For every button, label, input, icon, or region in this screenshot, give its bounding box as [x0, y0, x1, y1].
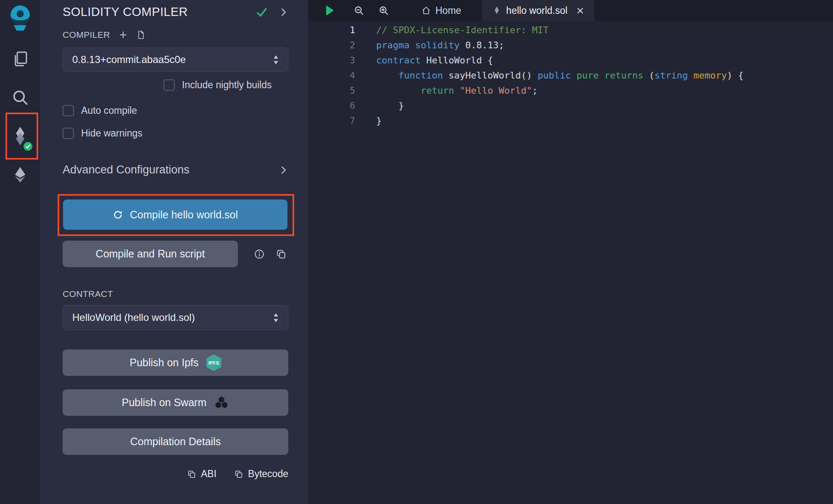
compiler-section-header: COMPILER — [63, 30, 288, 40]
solidity-compiler-icon[interactable] — [0, 121, 40, 151]
publish-swarm-label: Publish on Swarm — [122, 396, 206, 409]
line-number: 6 — [308, 98, 355, 113]
compile-button-label: Compile hello world.sol — [130, 209, 238, 221]
info-icon[interactable] — [254, 249, 265, 260]
tab-home[interactable]: Home — [411, 0, 471, 21]
copy-bytecode-button[interactable]: Bytecode — [234, 468, 288, 480]
code-token — [376, 85, 421, 96]
code-token: ; — [532, 85, 538, 96]
file-explorer-icon[interactable] — [0, 44, 40, 74]
tab-label: hello world.sol — [506, 5, 567, 16]
close-tab-icon[interactable] — [576, 7, 584, 15]
line-number: 2 — [308, 38, 355, 53]
compiler-success-badge-icon — [22, 141, 34, 152]
line-numbers: 1234567 — [308, 23, 355, 504]
advanced-configurations-label: Advanced Configurations — [63, 163, 190, 176]
checkbox-box[interactable] — [163, 79, 175, 91]
code-token: ( — [643, 70, 655, 81]
add-custom-compiler-icon[interactable] — [119, 30, 128, 39]
publish-ipfs-label: Publish on Ipfs — [130, 357, 199, 369]
hide-warnings-checkbox[interactable]: Hide warnings — [63, 128, 288, 139]
copy-abi-button[interactable]: ABI — [187, 468, 216, 480]
advanced-configurations-toggle[interactable]: Advanced Configurations — [63, 163, 288, 176]
contract-select-value: HelloWorld (hello world.sol) — [72, 312, 195, 323]
code-token — [599, 70, 604, 81]
contract-select[interactable]: HelloWorld (hello world.sol) — [63, 305, 288, 330]
line-number: 7 — [308, 113, 355, 129]
swarm-icon — [214, 395, 229, 410]
code-editor[interactable]: 1234567 // SPDX-License-Identifier: MITp… — [308, 21, 833, 504]
checkbox-box[interactable] — [63, 105, 74, 116]
code-token: } — [376, 100, 404, 111]
compiler-config-file-icon[interactable] — [136, 30, 145, 39]
publish-ipfs-button[interactable]: Publish on Ipfs IPFS — [63, 349, 288, 376]
remix-logo[interactable] — [7, 4, 34, 32]
code-line[interactable]: } — [376, 98, 743, 113]
panel-title: SOLIDITY COMPILER — [63, 5, 256, 19]
deploy-run-icon[interactable] — [0, 160, 40, 190]
code-lines: // SPDX-License-Identifier: MITpragma so… — [376, 23, 743, 504]
tab-hello-world-sol[interactable]: hello world.sol — [482, 0, 594, 21]
code-token: "Hello World" — [460, 85, 532, 96]
copy-icon — [234, 470, 243, 479]
solidity-compiler-panel: SOLIDITY COMPILER COMPILER 0.8.13+commit… — [40, 0, 308, 504]
code-token — [376, 70, 398, 81]
checkbox-label: Include nightly builds — [182, 79, 272, 91]
solidity-file-icon — [492, 6, 501, 15]
line-number: 1 — [308, 23, 355, 38]
code-token: public — [538, 70, 571, 81]
checkbox-box[interactable] — [63, 128, 74, 139]
compile-and-run-button[interactable]: Compile and Run script — [63, 241, 238, 267]
code-token: // SPDX-License-Identifier: MIT — [376, 25, 549, 35]
line-number: 4 — [308, 68, 355, 83]
code-line[interactable]: return "Hello World"; — [376, 83, 743, 98]
code-line[interactable]: pragma solidity 0.8.13; — [376, 38, 743, 53]
copy-run-script-icon[interactable] — [276, 249, 287, 260]
code-token: returns — [604, 70, 643, 81]
code-token: 0.8.13; — [460, 40, 504, 50]
code-token — [571, 70, 577, 81]
zoom-in-icon[interactable] — [375, 0, 392, 21]
compiler-label: COMPILER — [63, 30, 110, 40]
collapse-panel-chevron-icon[interactable] — [278, 7, 288, 17]
select-caret-icon — [272, 54, 279, 66]
select-caret-icon — [272, 312, 279, 323]
compile-button[interactable]: Compile hello world.sol — [63, 200, 287, 230]
bytecode-label: Bytecode — [248, 468, 288, 480]
auto-compile-checkbox[interactable]: Auto compile — [63, 105, 288, 116]
tab-label: Home — [435, 5, 461, 16]
copy-icon — [187, 470, 196, 479]
panel-header: SOLIDITY COMPILER — [63, 5, 288, 19]
annotation-highlight-compile-button: Compile hello world.sol — [58, 194, 294, 236]
zoom-out-icon[interactable] — [351, 0, 367, 21]
checkbox-label: Auto compile — [81, 105, 137, 116]
code-token: contract — [376, 55, 421, 66]
chevron-right-icon — [278, 165, 288, 175]
contract-label: CONTRACT — [63, 289, 288, 299]
icon-bar — [0, 0, 40, 504]
line-number: 5 — [308, 83, 355, 98]
search-icon[interactable] — [0, 82, 40, 113]
code-line[interactable]: contract HelloWorld { — [376, 53, 743, 68]
tab-bar: Home hello world.sol — [308, 0, 833, 21]
code-token: pragma solidity — [376, 40, 460, 50]
editor-area: Home hello world.sol 1234567 // SPDX-Lic… — [308, 0, 833, 504]
publish-swarm-button[interactable]: Publish on Swarm — [63, 389, 288, 416]
compile-and-run-row: Compile and Run script — [63, 241, 288, 267]
code-line[interactable]: } — [376, 113, 743, 129]
abi-bytecode-row: ABI Bytecode — [63, 468, 288, 480]
code-line[interactable]: function sayHelloWorld() public pure ret… — [376, 68, 743, 83]
compiler-version-select[interactable]: 0.8.13+commit.abaa5c0e — [63, 47, 288, 72]
refresh-icon — [113, 210, 123, 220]
home-icon — [422, 6, 431, 15]
code-token: string — [654, 70, 688, 81]
include-nightly-builds-checkbox[interactable]: Include nightly builds — [163, 79, 288, 91]
remix-ide: SOLIDITY COMPILER COMPILER 0.8.13+commit… — [0, 0, 833, 504]
code-token: HelloWorld { — [421, 55, 493, 66]
run-script-icon[interactable] — [321, 0, 337, 21]
code-token: memory — [693, 70, 727, 81]
code-token: function — [398, 70, 443, 81]
code-token: } — [376, 116, 382, 126]
compilation-details-button[interactable]: Compilation Details — [63, 428, 288, 455]
code-line[interactable]: // SPDX-License-Identifier: MIT — [376, 23, 743, 38]
